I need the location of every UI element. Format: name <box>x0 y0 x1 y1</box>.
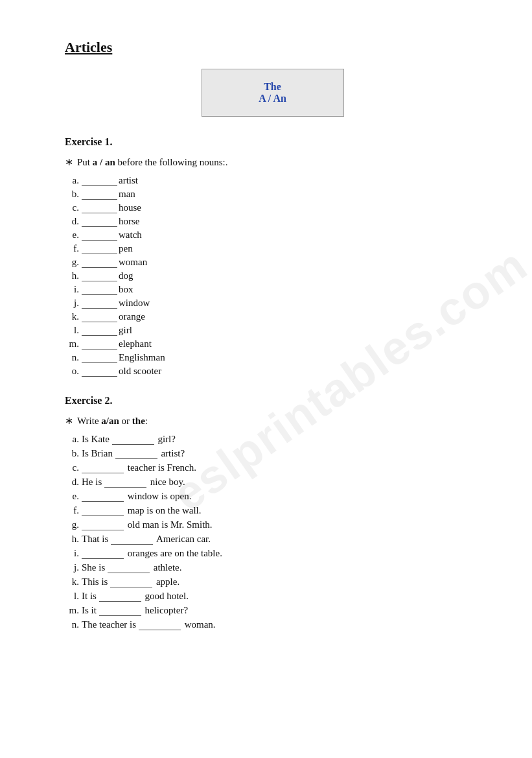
ex2-item: i. oranges are on the table. <box>65 547 480 559</box>
answer-blank[interactable] <box>82 311 117 322</box>
list-label: a. <box>65 175 79 186</box>
list-label: f. <box>65 243 79 254</box>
answer-blank[interactable] <box>82 365 117 377</box>
list-label: b. <box>65 189 79 200</box>
answer-blank[interactable] <box>82 297 117 309</box>
ex2-label: c. <box>65 462 79 473</box>
answer-blank[interactable] <box>104 476 146 488</box>
list-label: j. <box>65 298 79 309</box>
article-a-an: A / An <box>215 93 330 104</box>
answer-blank[interactable] <box>82 283 117 295</box>
ex2-text: window is open. <box>82 490 480 502</box>
exercise2-list: a. Is Kate girl? b. Is Brian artist? c. … <box>65 433 480 630</box>
ex2-label: e. <box>65 491 79 502</box>
ex2-label: f. <box>65 505 79 516</box>
answer-blank[interactable] <box>82 256 117 268</box>
list-item: h. dog <box>65 270 480 281</box>
list-item: d. horse <box>65 215 480 227</box>
ex2-label: d. <box>65 477 79 488</box>
ex2-text: This is apple. <box>82 576 480 587</box>
article-reference-box: The A / An <box>202 69 344 117</box>
ex2-text: Is Brian artist? <box>82 447 480 459</box>
answer-blank[interactable] <box>82 519 124 530</box>
ex2-item: c. teacher is French. <box>65 462 480 473</box>
ex2-item: h. That is American car. <box>65 533 480 545</box>
ex2-item: j. She is athlete. <box>65 562 480 573</box>
exercise1-list: a. artist b. man c. house d. horse e. wa… <box>65 174 480 377</box>
ex2-item: f. map is on the wall. <box>65 504 480 516</box>
ex2-label: a. <box>65 434 79 445</box>
ex2-label: n. <box>65 619 79 630</box>
list-item: c. house <box>65 202 480 213</box>
exercise2-title: Exercise 2. <box>65 395 480 407</box>
ex2-text: He is nice boy. <box>82 476 480 488</box>
list-label: h. <box>65 270 79 281</box>
list-item: l. girl <box>65 324 480 336</box>
answer-blank[interactable] <box>82 243 117 254</box>
ex2-item: n. The teacher is woman. <box>65 619 480 630</box>
page-title: Articles <box>65 39 480 56</box>
exercise1-title: Exercise 1. <box>65 136 480 148</box>
ex2-label: b. <box>65 448 79 459</box>
answer-blank[interactable] <box>82 547 124 559</box>
answer-blank[interactable] <box>99 590 141 602</box>
ex2-text: Is Kate girl? <box>82 433 480 445</box>
list-label: d. <box>65 216 79 227</box>
ex2-label: l. <box>65 591 79 602</box>
ex2-item: g. old man is Mr. Smith. <box>65 519 480 530</box>
list-item: o. old scooter <box>65 365 480 377</box>
answer-blank[interactable] <box>111 533 153 545</box>
answer-blank[interactable] <box>82 215 117 227</box>
article-the: The <box>215 81 330 93</box>
list-label: l. <box>65 325 79 336</box>
ex2-item: k. This is apple. <box>65 576 480 587</box>
ex2-label: i. <box>65 548 79 559</box>
list-label: c. <box>65 202 79 213</box>
answer-blank[interactable] <box>82 188 117 200</box>
answer-blank[interactable] <box>110 576 152 587</box>
ex2-text: Is it helicopter? <box>82 604 480 616</box>
list-label: k. <box>65 311 79 322</box>
answer-blank[interactable] <box>139 619 181 630</box>
list-item: g. woman <box>65 256 480 268</box>
ex2-text: map is on the wall. <box>82 504 480 516</box>
ex2-text: It is good hotel. <box>82 590 480 602</box>
exercise2-instruction: ∗ Write a/an or the: <box>65 414 480 427</box>
list-item: j. window <box>65 297 480 309</box>
answer-blank[interactable] <box>82 270 117 281</box>
exercise1-instruction: ∗ Put a / an before the following nouns:… <box>65 156 480 168</box>
list-label: i. <box>65 284 79 295</box>
list-label: o. <box>65 366 79 377</box>
answer-blank[interactable] <box>99 604 141 616</box>
answer-blank[interactable] <box>82 174 117 186</box>
list-label: m. <box>65 338 79 349</box>
ex2-label: g. <box>65 519 79 530</box>
ex2-label: h. <box>65 534 79 545</box>
list-item: m. elephant <box>65 338 480 349</box>
answer-blank[interactable] <box>115 447 157 459</box>
list-item: b. man <box>65 188 480 200</box>
list-item: a. artist <box>65 174 480 186</box>
ex2-item: e. window is open. <box>65 490 480 502</box>
ex2-item: b. Is Brian artist? <box>65 447 480 459</box>
ex2-text: old man is Mr. Smith. <box>82 519 480 530</box>
answer-blank[interactable] <box>108 562 150 573</box>
list-item: k. orange <box>65 311 480 322</box>
answer-blank[interactable] <box>82 338 117 349</box>
list-item: i. box <box>65 283 480 295</box>
list-item: e. watch <box>65 229 480 241</box>
answer-blank[interactable] <box>82 351 117 363</box>
list-label: g. <box>65 257 79 268</box>
answer-blank[interactable] <box>82 490 124 502</box>
ex2-text: She is athlete. <box>82 562 480 573</box>
answer-blank[interactable] <box>82 202 117 213</box>
answer-blank[interactable] <box>82 324 117 336</box>
list-label: n. <box>65 352 79 363</box>
exercise2-section: Exercise 2. ∗ Write a/an or the: a. Is K… <box>65 395 480 630</box>
ex2-item: d. He is nice boy. <box>65 476 480 488</box>
answer-blank[interactable] <box>82 229 117 241</box>
answer-blank[interactable] <box>82 462 124 473</box>
answer-blank[interactable] <box>112 433 154 445</box>
answer-blank[interactable] <box>82 504 124 516</box>
ex2-text: oranges are on the table. <box>82 547 480 559</box>
